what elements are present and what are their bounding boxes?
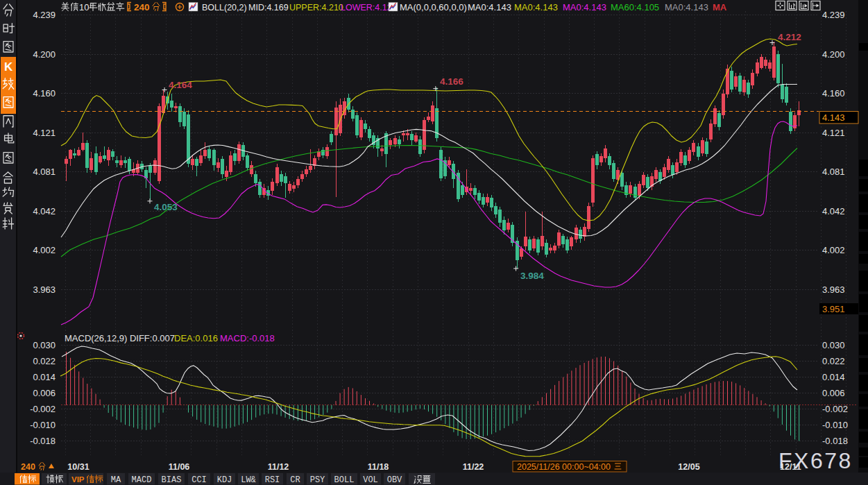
svg-text:4.160: 4.160 [822, 88, 845, 99]
svg-text:MA(0,0,0,60,0,0): MA(0,0,0,60,0,0) [400, 2, 467, 12]
svg-text:FX678: FX678 [778, 448, 853, 473]
svg-text:4.239: 4.239 [33, 10, 56, 20]
svg-text:4.042: 4.042 [822, 206, 845, 216]
svg-text:MACD: MACD [132, 475, 152, 485]
svg-text:-0.010: -0.010 [822, 420, 848, 430]
svg-text:4.200: 4.200 [822, 49, 845, 60]
svg-text:MA: MA [111, 475, 121, 485]
svg-text:10/31: 10/31 [67, 462, 89, 472]
svg-text:10: 10 [79, 2, 89, 12]
svg-text:0.022: 0.022 [33, 356, 56, 366]
svg-text:4.121: 4.121 [33, 128, 56, 138]
svg-text:0.014: 0.014 [822, 372, 845, 382]
svg-text:PSY: PSY [310, 475, 325, 485]
svg-text:4.002: 4.002 [822, 245, 845, 255]
svg-text:OBV: OBV [387, 475, 402, 485]
svg-text:RSI: RSI [265, 475, 280, 485]
svg-text:BIAS: BIAS [162, 475, 182, 485]
svg-text:-0.002: -0.002 [822, 404, 848, 414]
svg-text:4.121: 4.121 [822, 128, 845, 138]
svg-text:4.042: 4.042 [33, 206, 56, 216]
svg-text:0.006: 0.006 [33, 388, 56, 398]
svg-text:MACD:-0.018: MACD:-0.018 [220, 333, 275, 343]
svg-text:DEA:0.016: DEA:0.016 [174, 333, 218, 343]
svg-text:4.164: 4.164 [169, 80, 192, 90]
svg-text:LOWER:4.128: LOWER:4.128 [341, 3, 397, 12]
svg-text:4.081: 4.081 [33, 167, 56, 177]
svg-text:4.160: 4.160 [33, 88, 56, 99]
svg-text:11/18: 11/18 [368, 462, 389, 472]
svg-text:MA0:4.143: MA0:4.143 [468, 2, 511, 12]
svg-text:0.014: 0.014 [33, 372, 56, 382]
svg-text:MA: MA [713, 2, 727, 12]
svg-text:BOLL: BOLL [334, 475, 355, 485]
svg-text:240: 240 [134, 2, 150, 12]
svg-text:0.022: 0.022 [822, 356, 845, 366]
svg-text:4.166: 4.166 [440, 76, 463, 87]
svg-text:4.212: 4.212 [778, 32, 801, 42]
svg-text:3.963: 3.963 [822, 284, 845, 295]
svg-text:UPPER:4.210: UPPER:4.210 [289, 3, 343, 12]
svg-text:4.143: 4.143 [822, 112, 845, 123]
svg-text:12/05: 12/05 [678, 462, 699, 472]
svg-text:240: 240 [21, 462, 35, 472]
svg-text:11/12: 11/12 [268, 462, 289, 472]
svg-text:-0.018: -0.018 [30, 436, 56, 446]
svg-text:BOLL(20,2): BOLL(20,2) [202, 3, 247, 12]
svg-text:4.081: 4.081 [822, 167, 845, 177]
svg-text:MA0:4.143: MA0:4.143 [514, 2, 558, 12]
svg-text:3.951: 3.951 [822, 304, 845, 314]
svg-text:4.239: 4.239 [822, 10, 845, 20]
svg-text:0.030: 0.030 [822, 340, 845, 350]
svg-text:KDJ: KDJ [217, 475, 232, 485]
svg-text:LW&: LW& [241, 475, 256, 485]
svg-text:MID:4.169: MID:4.169 [248, 3, 289, 12]
svg-text:MA60:4.105: MA60:4.105 [611, 2, 659, 12]
svg-text:K: K [4, 60, 13, 74]
svg-text:3.984: 3.984 [520, 271, 544, 281]
svg-text:3.963: 3.963 [33, 284, 56, 295]
svg-text:2025/11/26 00:00~04:00: 2025/11/26 00:00~04:00 [517, 462, 611, 472]
svg-text:VIP: VIP [71, 475, 85, 484]
svg-text:-0.002: -0.002 [30, 404, 56, 414]
svg-text:0.030: 0.030 [33, 340, 56, 350]
svg-text:MACD(26,12,9) DIFF:0.007: MACD(26,12,9) DIFF:0.007 [65, 333, 175, 343]
svg-text:4.200: 4.200 [33, 49, 56, 60]
svg-text:11/06: 11/06 [169, 462, 190, 472]
svg-text:-0.010: -0.010 [30, 420, 56, 430]
svg-text:4.053: 4.053 [154, 202, 178, 212]
svg-text:CR: CR [290, 475, 300, 485]
svg-text:MA0:4.143: MA0:4.143 [665, 2, 708, 12]
svg-text:MA0:4.143: MA0:4.143 [563, 2, 606, 12]
svg-text:VOL: VOL [363, 475, 378, 485]
svg-text:0.006: 0.006 [822, 388, 845, 398]
svg-text:11/22: 11/22 [463, 462, 484, 472]
svg-text:CCI: CCI [192, 475, 207, 485]
svg-text:4.002: 4.002 [33, 245, 56, 255]
svg-text:-0.018: -0.018 [822, 436, 848, 446]
